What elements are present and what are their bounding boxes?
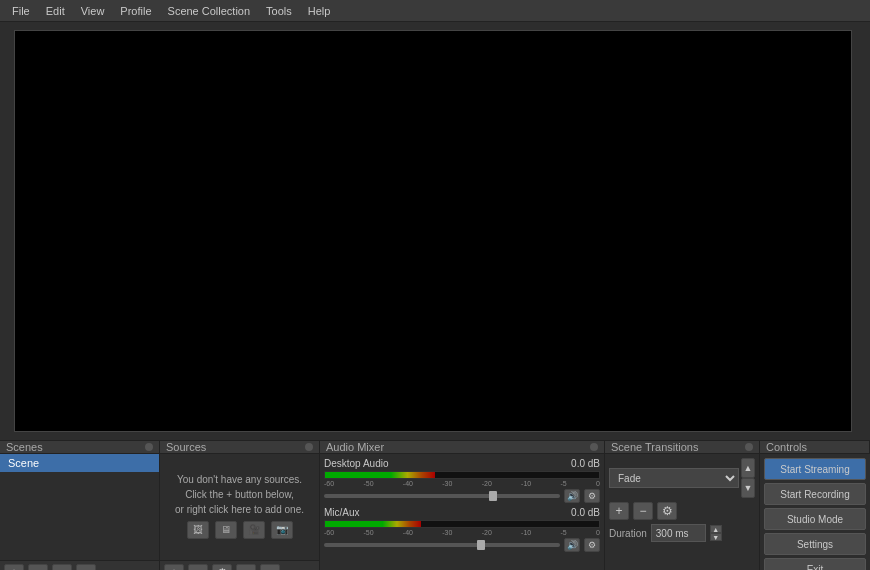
- sources-remove-button[interactable]: −: [188, 564, 208, 571]
- scenes-add-button[interactable]: +: [4, 564, 24, 571]
- duration-label: Duration: [609, 528, 647, 539]
- camera-source-icon: 🎥: [243, 521, 265, 539]
- desktop-audio-db: 0.0 dB: [571, 458, 600, 469]
- right-sidebar: [860, 22, 870, 440]
- transition-spin-down[interactable]: ▼: [741, 478, 755, 498]
- menu-view[interactable]: View: [73, 3, 113, 19]
- scenes-remove-button[interactable]: −: [28, 564, 48, 571]
- transitions-header-label: Scene Transitions: [611, 441, 698, 453]
- mic-aux-db: 0.0 dB: [571, 507, 600, 518]
- sources-panel: You don't have any sources.Click the + b…: [160, 454, 320, 570]
- transitions-panel: Fade ▲ ▼ + − ⚙ Duration ▲ ▼: [605, 454, 760, 570]
- desktop-audio-mute[interactable]: 🔊: [564, 489, 580, 503]
- settings-button[interactable]: Settings: [764, 533, 866, 555]
- start-recording-button[interactable]: Start Recording: [764, 483, 866, 505]
- desktop-audio-volume-row: 🔊 ⚙: [324, 489, 600, 503]
- left-sidebar: [0, 22, 10, 440]
- duration-row: Duration ▲ ▼: [609, 524, 755, 542]
- sources-toolbar: + − ⚙ ▲ ▼: [160, 560, 319, 570]
- duration-spin: ▲ ▼: [710, 525, 722, 541]
- controls-panel-header: Controls: [760, 441, 870, 453]
- sources-empty-message: You don't have any sources.Click the + b…: [175, 474, 304, 515]
- transition-tools: + − ⚙: [609, 502, 755, 520]
- transitions-panel-header: Scene Transitions: [605, 441, 760, 453]
- desktop-audio-header: Desktop Audio 0.0 dB: [324, 458, 600, 469]
- panel-content: Scene + − ▲ ▼ You don't have any sources…: [0, 454, 870, 570]
- mic-aux-header: Mic/Aux 0.0 dB: [324, 507, 600, 518]
- menu-scene-collection[interactable]: Scene Collection: [160, 3, 259, 19]
- studio-mode-button[interactable]: Studio Mode: [764, 508, 866, 530]
- mic-aux-labels: -60 -50 -40 -30 -20 -10 -5 0: [324, 529, 600, 536]
- sources-up-button[interactable]: ▲: [236, 564, 256, 571]
- duration-spin-up[interactable]: ▲: [710, 525, 722, 533]
- menu-profile[interactable]: Profile: [112, 3, 159, 19]
- scene-item[interactable]: Scene: [0, 454, 159, 472]
- transition-settings-button[interactable]: ⚙: [657, 502, 677, 520]
- image-source-icon: 🖼: [187, 521, 209, 539]
- menu-tools[interactable]: Tools: [258, 3, 300, 19]
- preview-container: [0, 22, 870, 440]
- scenes-down-button[interactable]: ▼: [76, 564, 96, 571]
- mixer-panel: Desktop Audio 0.0 dB -60 -50 -40 -30 -20…: [320, 454, 605, 570]
- transition-select-row: Fade ▲ ▼: [609, 458, 755, 498]
- sources-panel-header: Sources: [160, 441, 320, 453]
- mixer-panel-header: Audio Mixer: [320, 441, 605, 453]
- desktop-audio-meter-bar: [325, 472, 435, 478]
- mic-aux-thumb: [477, 540, 485, 550]
- desktop-audio-meter: [324, 471, 600, 479]
- transition-remove-button[interactable]: −: [633, 502, 653, 520]
- desktop-audio-slider[interactable]: [324, 494, 560, 498]
- sources-header-label: Sources: [166, 441, 206, 453]
- desktop-audio-labels: -60 -50 -40 -30 -20 -10 -5 0: [324, 480, 600, 487]
- scenes-toolbar: + − ▲ ▼: [0, 560, 159, 570]
- sources-empty-text: You don't have any sources.Click the + b…: [160, 454, 319, 560]
- panel-headers: Scenes Sources Audio Mixer Scene Transit…: [0, 440, 870, 454]
- exit-button[interactable]: Exit: [764, 558, 866, 570]
- desktop-audio-thumb: [489, 491, 497, 501]
- start-streaming-button[interactable]: Start Streaming: [764, 458, 866, 480]
- transitions-header-dot: [745, 443, 753, 451]
- mic-aux-meter-bar: [325, 521, 421, 527]
- mic-aux-label: Mic/Aux: [324, 507, 360, 518]
- sources-add-button[interactable]: +: [164, 564, 184, 571]
- duration-spin-down[interactable]: ▼: [710, 533, 722, 541]
- controls-panel: Start Streaming Start Recording Studio M…: [760, 454, 870, 570]
- bottom-panels: Scenes Sources Audio Mixer Scene Transit…: [0, 440, 870, 570]
- sources-down-button[interactable]: ▼: [260, 564, 280, 571]
- desktop-audio-label: Desktop Audio: [324, 458, 389, 469]
- mic-aux-channel: Mic/Aux 0.0 dB -60 -50 -40 -30 -20 -10 -…: [324, 507, 600, 552]
- transition-type-select[interactable]: Fade: [609, 468, 739, 488]
- mic-aux-slider[interactable]: [324, 543, 560, 547]
- menu-file[interactable]: File: [4, 3, 38, 19]
- mic-aux-mute[interactable]: 🔊: [564, 538, 580, 552]
- scenes-panel-header: Scenes: [0, 441, 160, 453]
- scenes-list: Scene: [0, 454, 159, 560]
- preview-canvas: [14, 30, 852, 432]
- desktop-audio-channel: Desktop Audio 0.0 dB -60 -50 -40 -30 -20…: [324, 458, 600, 503]
- mic-aux-meter: [324, 520, 600, 528]
- mic-aux-settings[interactable]: ⚙: [584, 538, 600, 552]
- desktop-audio-settings[interactable]: ⚙: [584, 489, 600, 503]
- mixer-header-dot: [590, 443, 598, 451]
- mixer-header-label: Audio Mixer: [326, 441, 384, 453]
- transition-add-button[interactable]: +: [609, 502, 629, 520]
- menubar: File Edit View Profile Scene Collection …: [0, 0, 870, 22]
- sources-icon-row: 🖼 🖥 🎥 📷: [175, 517, 304, 543]
- sources-header-dot: [305, 443, 313, 451]
- scenes-up-button[interactable]: ▲: [52, 564, 72, 571]
- menu-edit[interactable]: Edit: [38, 3, 73, 19]
- transition-spin-up[interactable]: ▲: [741, 458, 755, 478]
- scenes-header-dot: [145, 443, 153, 451]
- monitor-source-icon: 🖥: [215, 521, 237, 539]
- controls-header-label: Controls: [766, 441, 807, 453]
- menu-help[interactable]: Help: [300, 3, 339, 19]
- mic-aux-volume-row: 🔊 ⚙: [324, 538, 600, 552]
- scenes-header-label: Scenes: [6, 441, 43, 453]
- webcam-source-icon: 📷: [271, 521, 293, 539]
- duration-input[interactable]: [651, 524, 706, 542]
- sources-settings-button[interactable]: ⚙: [212, 564, 232, 571]
- scenes-panel: Scene + − ▲ ▼: [0, 454, 160, 570]
